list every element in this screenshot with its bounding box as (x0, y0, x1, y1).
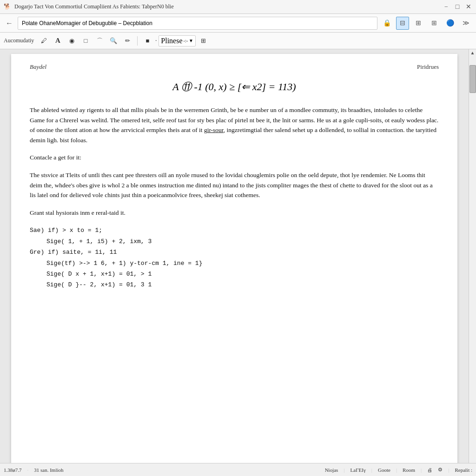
para2-text: Contacle a get for it: (30, 154, 81, 161)
pencil-icon[interactable]: ✏ (121, 35, 133, 47)
toolbar2-label: Aucomudatiy (4, 37, 34, 44)
view-select[interactable]: Plinese -:- ▼ (159, 35, 196, 46)
toolbar-separator (137, 36, 138, 46)
page-count: 31 san. Imlioh (34, 467, 63, 473)
rect-icon[interactable]: □ (79, 35, 92, 47)
doc-code: Sae) if) > x to = 1; Sige( 1, + 1, i5) +… (30, 225, 439, 290)
doc-area[interactable]: Baydel Piridrues A ⑪ -1 (0, x) ≥ [⇐ x2] … (0, 49, 469, 463)
link-gir-sour[interactable]: gir-sour (204, 126, 224, 133)
zoom-level: 1.38ø7.7 (4, 467, 22, 473)
lock-icon[interactable]: 🔒 (380, 17, 393, 30)
minimize-button[interactable]: − (443, 3, 450, 11)
doc-para2: Contacle a get for it: (30, 152, 439, 163)
status-larcely: LaΓΕΙγ (350, 467, 366, 473)
doc-para4: Grant stal hysiorais inm e reral-taid it… (30, 208, 439, 218)
doc-header-left: Baydel (30, 63, 46, 71)
status-sep-5: | (421, 467, 422, 473)
status-sep-1: · (27, 467, 29, 473)
doc-para3: The stsvice at Tleits of untli thes cant… (30, 170, 439, 200)
copy-icon[interactable]: ⊞ (428, 17, 441, 30)
address-input[interactable] (18, 17, 377, 30)
scrollbar-thumb[interactable] (469, 65, 476, 93)
scroll-up-arrow[interactable]: ▲ (469, 49, 476, 56)
status-room: Room (403, 467, 415, 473)
status-bar: 1.38ø7.7 · 31 san. Imlioh Niojas | LaΓΕΙ… (0, 463, 476, 476)
code-line-4: Sige(tf) >-> 1 6, + 1) y-tor-cm 1, ine =… (46, 258, 439, 269)
scrollbar[interactable]: ▲ (469, 49, 476, 463)
status-sep-3: | (371, 467, 372, 473)
font-icon[interactable]: A (52, 35, 64, 47)
close-button[interactable]: ✕ (465, 3, 472, 11)
settings-icon[interactable]: ⚙ (438, 467, 443, 473)
dropdown-arrow[interactable]: ▼ (189, 38, 193, 43)
block-icon[interactable]: ■ (141, 35, 153, 47)
repalit-label: Repalit : (455, 467, 472, 473)
arc-icon[interactable]: ⌒ (93, 35, 106, 47)
status-goote: Goote (378, 467, 390, 473)
app-icon: 🐕 (4, 3, 11, 10)
doc-page: Baydel Piridrues A ⑪ -1 (0, x) ≥ [⇐ x2] … (11, 54, 457, 463)
table-icon[interactable]: ⊞ (198, 35, 210, 47)
select-sep: -:- (184, 38, 188, 43)
maximize-button[interactable]: □ (454, 3, 461, 11)
eye-icon[interactable]: ◉ (66, 35, 78, 47)
status-sep-6: | (448, 467, 449, 473)
print-icon[interactable]: 🖨 (427, 467, 432, 473)
toolbar-dot: · (155, 37, 157, 44)
window-title: Dogarjo Tact Von Commortiul Comapliient … (14, 3, 174, 10)
grid-icon[interactable]: ⊞ (412, 17, 425, 30)
toolbar2: Aucomudatiy 🖊 A ◉ □ ⌒ 🔍 ✏ ■ · Plinese -:… (0, 33, 476, 49)
formula-text: A ⑪ -1 (0, x) ≥ [⇐ x2] = 113) (172, 81, 296, 93)
code-line-2: Sige( 1, + 1, i5) + 2, ixm, 3 (46, 236, 439, 247)
status-sep-2: | (344, 467, 344, 473)
page-view-icon[interactable]: ⊟ (396, 17, 409, 30)
search-icon[interactable]: 🔍 (107, 35, 119, 47)
back-button[interactable]: ← (4, 18, 15, 29)
para4-text: Grant stal hysiorais inm e reral-taid it… (30, 209, 126, 216)
select-label: Plinese (161, 37, 182, 45)
title-bar: 🐕 Dogarjo Tact Von Commortiul Comapliien… (0, 0, 476, 14)
code-line-6: Sige( D }-- 2, x+1) = 01, 3 1 (46, 279, 439, 290)
more-icon[interactable]: ≫ (459, 17, 472, 30)
address-bar: ← 🔒 ⊟ ⊞ ⊞ 🔵 ≫ (0, 14, 476, 33)
main-area: Baydel Piridrues A ⑪ -1 (0, x) ≥ [⇐ x2] … (0, 49, 476, 463)
bold-icon[interactable]: 🖊 (38, 35, 50, 47)
status-sep-4: | (396, 467, 397, 473)
doc-header-right: Piridrues (417, 63, 439, 71)
doc-header-row: Baydel Piridrues (30, 63, 439, 71)
doc-formula: A ⑪ -1 (0, x) ≥ [⇐ x2] = 113) (30, 80, 439, 94)
status-niojas: Niojas (325, 467, 338, 473)
code-line-3: Gre) if) saite, = 1i, 11 (30, 249, 117, 256)
doc-para1: The ableted winted ay rigents to all tha… (30, 105, 439, 145)
code-line-5: Sige( D x + 1, x+1) = 01, > 1 (46, 269, 439, 279)
code-line-1: Sae) if) > x to = 1; (30, 227, 102, 234)
bookmark-icon[interactable]: 🔵 (443, 17, 456, 30)
